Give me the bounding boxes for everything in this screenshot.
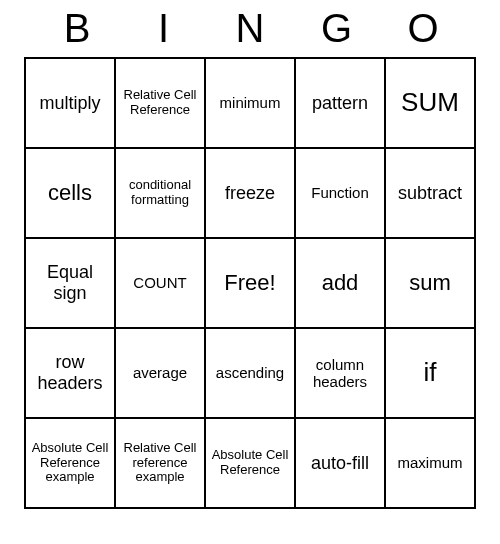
bingo-cell[interactable]: row headers: [25, 328, 115, 418]
bingo-header: B I N G O: [24, 6, 476, 57]
bingo-cell[interactable]: COUNT: [115, 238, 205, 328]
bingo-cell[interactable]: Function: [295, 148, 385, 238]
bingo-cell[interactable]: ascending: [205, 328, 295, 418]
bingo-cell[interactable]: Absolute Cell Reference example: [25, 418, 115, 508]
header-letter-n: N: [225, 6, 275, 51]
bingo-cell[interactable]: pattern: [295, 58, 385, 148]
bingo-cell[interactable]: Equal sign: [25, 238, 115, 328]
bingo-free-cell[interactable]: Free!: [205, 238, 295, 328]
header-letter-i: I: [139, 6, 189, 51]
bingo-cell[interactable]: Relative Cell Reference: [115, 58, 205, 148]
bingo-cell[interactable]: column headers: [295, 328, 385, 418]
bingo-cell[interactable]: if: [385, 328, 475, 418]
bingo-cell[interactable]: average: [115, 328, 205, 418]
header-letter-g: G: [312, 6, 362, 51]
bingo-cell[interactable]: subtract: [385, 148, 475, 238]
bingo-cell[interactable]: Relative Cell reference example: [115, 418, 205, 508]
bingo-cell[interactable]: cells: [25, 148, 115, 238]
bingo-cell[interactable]: freeze: [205, 148, 295, 238]
bingo-cell[interactable]: conditional formatting: [115, 148, 205, 238]
bingo-grid: multiply Relative Cell Reference minimum…: [24, 57, 476, 509]
header-letter-o: O: [398, 6, 448, 51]
bingo-cell[interactable]: auto-fill: [295, 418, 385, 508]
bingo-card: B I N G O multiply Relative Cell Referen…: [24, 0, 476, 509]
bingo-cell[interactable]: add: [295, 238, 385, 328]
bingo-cell[interactable]: Absolute Cell Reference: [205, 418, 295, 508]
bingo-cell[interactable]: maximum: [385, 418, 475, 508]
header-letter-b: B: [52, 6, 102, 51]
bingo-cell[interactable]: SUM: [385, 58, 475, 148]
bingo-cell[interactable]: multiply: [25, 58, 115, 148]
bingo-cell[interactable]: minimum: [205, 58, 295, 148]
bingo-cell[interactable]: sum: [385, 238, 475, 328]
